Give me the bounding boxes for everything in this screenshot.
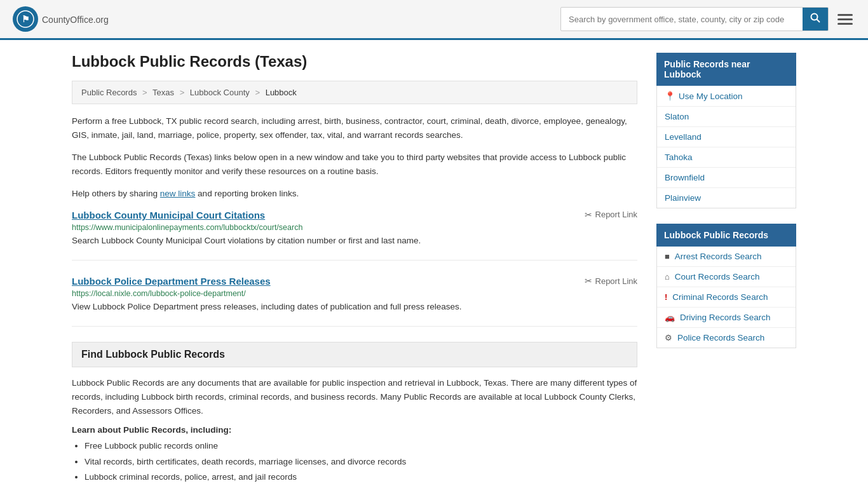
- record-entry-2: Lubbock Police Department Press Releases…: [72, 276, 637, 327]
- search-button[interactable]: [803, 8, 828, 30]
- list-item: Vital records, birth certificates, death…: [85, 456, 637, 468]
- new-links-link[interactable]: new links: [160, 189, 196, 198]
- desc3-prefix: Help others by sharing: [72, 189, 160, 198]
- record-entry-1: Lubbock County Municipal Court Citations…: [72, 210, 637, 261]
- report-icon-1: ✂: [585, 210, 592, 220]
- page-title: Lubbock Public Records (Texas): [72, 53, 637, 71]
- sidebar-records-title: Lubbock Public Records: [656, 224, 796, 247]
- sidebar-driving-records[interactable]: 🚗 Driving Records Search: [657, 308, 796, 328]
- find-section-header: Find Lubbock Public Records: [72, 342, 637, 367]
- record-url-2: https://local.nixle.com/lubbock-police-d…: [72, 289, 637, 298]
- sidebar-nearby-list: 📍 Use My Location Slaton Levelland Tahok…: [656, 86, 796, 208]
- breadcrumb-current: Lubbock: [266, 88, 297, 97]
- breadcrumb-lubbock-county[interactable]: Lubbock County: [190, 88, 250, 97]
- learn-heading: Learn about Public Records, including:: [72, 425, 637, 435]
- court-icon: ⌂: [665, 272, 670, 281]
- sidebar-use-location[interactable]: 📍 Use My Location: [657, 86, 796, 107]
- header-right: [560, 7, 855, 31]
- report-icon-2: ✂: [585, 276, 592, 286]
- breadcrumb-sep-3: >: [255, 88, 260, 97]
- sidebar: Public Records near Lubbock 📍 Use My Loc…: [656, 53, 796, 486]
- record-header-2: Lubbock Police Department Press Releases…: [72, 276, 637, 287]
- record-desc-2: View Lubbock Police Department press rel…: [72, 301, 637, 313]
- sidebar-city-plainview[interactable]: Plainview: [657, 188, 796, 208]
- breadcrumb: Public Records > Texas > Lubbock County …: [72, 81, 637, 104]
- criminal-icon: !: [665, 292, 667, 302]
- sidebar-city-brownfield[interactable]: Brownfield: [657, 168, 796, 188]
- use-location-link[interactable]: Use My Location: [679, 92, 743, 101]
- sidebar-city-levelland[interactable]: Levelland: [657, 127, 796, 147]
- breadcrumb-sep-2: >: [180, 88, 185, 97]
- description-3: Help others by sharing new links and rep…: [72, 187, 637, 201]
- sidebar-arrest-records[interactable]: ■ Arrest Records Search: [657, 247, 796, 267]
- location-icon: 📍: [665, 91, 675, 101]
- sidebar-city-slaton[interactable]: Slaton: [657, 107, 796, 127]
- record-url-1: https://www.municipalonlinepayments.com/…: [72, 223, 637, 232]
- record-desc-1: Search Lubbock County Municipal Court vi…: [72, 234, 637, 247]
- report-link-2[interactable]: ✂ Report Link: [585, 276, 637, 286]
- sidebar-criminal-records[interactable]: ! Criminal Records Search: [657, 287, 796, 308]
- driving-icon: 🚗: [665, 313, 675, 322]
- record-header-1: Lubbock County Municipal Court Citations…: [72, 210, 637, 220]
- report-label-2: Report Link: [595, 276, 637, 286]
- sidebar-nearby-section: Public Records near Lubbock 📍 Use My Loc…: [656, 53, 796, 208]
- record-title-1[interactable]: Lubbock County Municipal Court Citations: [72, 210, 265, 220]
- svg-point-2: [811, 14, 818, 20]
- main-container: Lubbock Public Records (Texas) Public Re…: [53, 40, 815, 488]
- sidebar-court-records[interactable]: ⌂ Court Records Search: [657, 267, 796, 287]
- breadcrumb-public-records[interactable]: Public Records: [81, 88, 137, 97]
- breadcrumb-texas[interactable]: Texas: [153, 88, 174, 97]
- police-icon: ⚙: [665, 333, 672, 342]
- description-2: The Lubbock Public Records (Texas) links…: [72, 151, 637, 178]
- record-title-2[interactable]: Lubbock Police Department Press Releases: [72, 276, 271, 287]
- list-item: Lubbock criminal records, police, arrest…: [85, 471, 637, 484]
- search-input[interactable]: [561, 10, 803, 29]
- sidebar-records-list: ■ Arrest Records Search ⌂ Court Records …: [656, 247, 796, 348]
- report-label-1: Report Link: [595, 210, 637, 219]
- description-1: Perform a free Lubbock, TX public record…: [72, 114, 637, 142]
- report-link-1[interactable]: ✂ Report Link: [585, 210, 637, 220]
- sidebar-police-records[interactable]: ⚙ Police Records Search: [657, 328, 796, 348]
- sidebar-records-section: Lubbock Public Records ■ Arrest Records …: [656, 224, 796, 348]
- logo-icon: ⚑: [13, 6, 38, 32]
- list-item: Free Lubbock public records online: [85, 440, 637, 452]
- arrest-icon: ■: [665, 252, 670, 261]
- logo-area[interactable]: ⚑ CountyOffice.org: [13, 6, 109, 32]
- menu-button[interactable]: [835, 11, 855, 27]
- content-area: Lubbock Public Records (Texas) Public Re…: [72, 53, 637, 486]
- search-bar: [560, 7, 829, 31]
- svg-text:⚑: ⚑: [22, 14, 30, 24]
- sidebar-nearby-title: Public Records near Lubbock: [656, 53, 796, 86]
- site-header: ⚑ CountyOffice.org: [0, 0, 868, 40]
- logo-text: CountyOffice.org: [42, 13, 109, 26]
- svg-line-3: [817, 20, 820, 23]
- learn-list: Free Lubbock public records online Vital…: [72, 440, 637, 484]
- find-text: Lubbock Public Records are any documents…: [72, 376, 637, 417]
- desc3-suffix: and reporting broken links.: [195, 189, 299, 198]
- sidebar-city-tahoka[interactable]: Tahoka: [657, 147, 796, 168]
- breadcrumb-sep-1: >: [142, 88, 147, 97]
